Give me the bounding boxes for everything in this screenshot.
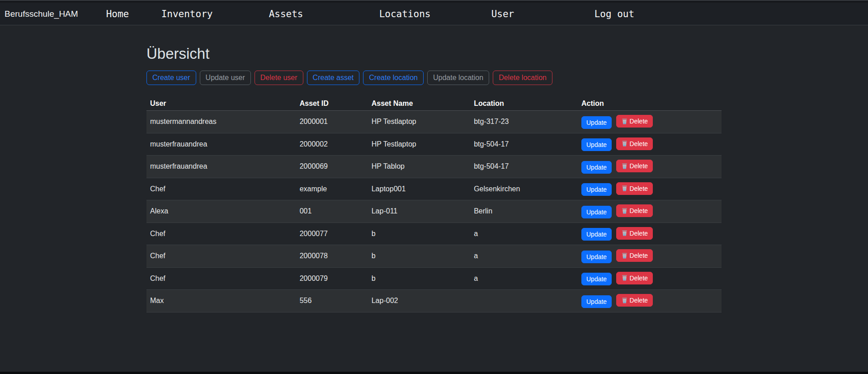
delete-button[interactable]: Delete xyxy=(616,249,653,262)
page-title: Übersicht xyxy=(146,45,722,62)
navbar: Berufsschule_HAM Home Inventory Assets L… xyxy=(0,3,868,25)
update-button[interactable]: Update xyxy=(581,116,612,129)
delete-button-label: Delete xyxy=(630,185,648,192)
cell-user: Chef xyxy=(146,223,296,245)
cell-action: Update Delete xyxy=(578,290,722,312)
nav-item[interactable]: Log out xyxy=(594,9,635,19)
cell-location: btg-504-17 xyxy=(470,133,578,156)
trash-icon xyxy=(621,252,628,259)
cell-asset-id: 2000002 xyxy=(296,133,368,156)
update-button[interactable]: Update xyxy=(581,295,612,308)
update-button[interactable]: Update xyxy=(581,183,612,196)
nav-list: Home Inventory Assets Locations User Log… xyxy=(106,9,635,19)
delete-button-label: Delete xyxy=(630,230,648,237)
cell-action: Update Delete xyxy=(578,223,722,245)
update-button[interactable]: Update xyxy=(581,273,612,285)
cell-asset-name: b xyxy=(368,245,470,268)
trash-icon xyxy=(621,185,628,192)
window-bottom-edge xyxy=(0,372,868,374)
cell-user: mustermannandreas xyxy=(146,111,296,133)
nav-item[interactable]: Locations xyxy=(379,9,491,19)
main-content: Übersicht Create user Update user Delete… xyxy=(146,45,722,312)
delete-button[interactable]: Delete xyxy=(616,227,653,240)
table-row: Alexa 001 Lap-011 Berlin Update Delete xyxy=(146,200,722,223)
table-row: Chef 2000078 b a Update Delete xyxy=(146,245,722,268)
update-button[interactable]: Update xyxy=(581,206,612,218)
toolbar-button[interactable]: Create location xyxy=(363,71,424,85)
cell-asset-id: 2000078 xyxy=(296,245,368,268)
toolbar-button[interactable]: Create user xyxy=(146,71,196,85)
nav-item[interactable]: User xyxy=(491,9,594,19)
nav-item[interactable]: Inventory xyxy=(161,9,269,19)
column-header: User xyxy=(146,97,296,111)
delete-button-label: Delete xyxy=(630,162,648,170)
delete-button[interactable]: Delete xyxy=(616,182,653,195)
toolbar-button[interactable]: Create asset xyxy=(307,71,360,85)
update-button[interactable]: Update xyxy=(581,138,612,151)
cell-action: Update Delete xyxy=(578,267,722,290)
cell-user: Alexa xyxy=(146,200,296,223)
cell-asset-id: 2000001 xyxy=(296,111,368,133)
update-button[interactable]: Update xyxy=(581,228,612,241)
cell-location: btg-504-17 xyxy=(470,156,578,178)
delete-button-label: Delete xyxy=(630,118,648,125)
trash-icon xyxy=(621,163,628,170)
cell-action: Update Delete xyxy=(578,245,722,268)
cell-action: Update Delete xyxy=(578,156,722,178)
cell-asset-id: example xyxy=(296,178,368,200)
delete-button[interactable]: Delete xyxy=(616,272,653,284)
column-header: Action xyxy=(578,97,722,111)
cell-location: btg-317-23 xyxy=(470,111,578,133)
nav-item[interactable]: Assets xyxy=(269,9,379,19)
table-row: Chef 2000077 b a Update Delete xyxy=(146,223,722,245)
update-button[interactable]: Update xyxy=(581,161,612,174)
cell-user: Max xyxy=(146,290,296,312)
delete-button-label: Delete xyxy=(630,207,648,214)
cell-action: Update Delete xyxy=(578,111,722,133)
cell-asset-name: HP Testlaptop xyxy=(368,111,470,133)
cell-user: Chef xyxy=(146,267,296,290)
toolbar-button[interactable]: Update location xyxy=(427,71,489,85)
table-body: mustermannandreas 2000001 HP Testlaptop … xyxy=(146,111,722,312)
cell-location xyxy=(470,290,578,312)
trash-icon xyxy=(621,140,628,147)
delete-button-label: Delete xyxy=(630,140,648,147)
asset-table: User Asset ID Asset Name Location Action… xyxy=(146,97,722,312)
delete-button[interactable]: Delete xyxy=(616,137,653,150)
cell-location: a xyxy=(470,245,578,268)
delete-button-label: Delete xyxy=(630,252,648,259)
trash-icon xyxy=(621,118,628,125)
trash-icon xyxy=(621,275,628,281)
cell-user: musterfrauandrea xyxy=(146,156,296,178)
cell-action: Update Delete xyxy=(578,178,722,200)
cell-asset-id: 556 xyxy=(296,290,368,312)
toolbar-button[interactable]: Update user xyxy=(200,71,251,85)
trash-icon xyxy=(621,230,628,237)
delete-button[interactable]: Delete xyxy=(616,160,653,172)
toolbar: Create user Update user Delete user Crea… xyxy=(146,71,722,85)
column-header: Asset Name xyxy=(368,97,470,111)
delete-button-label: Delete xyxy=(630,297,648,304)
trash-icon xyxy=(621,208,628,214)
toolbar-button[interactable]: Delete user xyxy=(255,71,303,85)
nav-item[interactable]: Home xyxy=(106,9,161,19)
cell-action: Update Delete xyxy=(578,200,722,223)
navbar-brand[interactable]: Berufsschule_HAM xyxy=(5,9,78,19)
table-header: User Asset ID Asset Name Location Action xyxy=(146,97,722,111)
table-row: Max 556 Lap-002 Update Delete xyxy=(146,290,722,312)
update-button[interactable]: Update xyxy=(581,251,612,263)
table-row: Chef example Laptop001 Gelsenkirchen Upd… xyxy=(146,178,722,200)
cell-asset-name: b xyxy=(368,223,470,245)
cell-user: Chef xyxy=(146,178,296,200)
toolbar-button[interactable]: Delete location xyxy=(493,71,552,85)
delete-button[interactable]: Delete xyxy=(616,204,653,217)
cell-location: Berlin xyxy=(470,200,578,223)
cell-location: a xyxy=(470,223,578,245)
delete-button[interactable]: Delete xyxy=(616,294,653,307)
table-header-row: User Asset ID Asset Name Location Action xyxy=(146,97,722,111)
cell-user: Chef xyxy=(146,245,296,268)
cell-asset-name: HP Tablop xyxy=(368,156,470,178)
table-row: musterfrauandrea 2000002 HP Testlaptop b… xyxy=(146,133,722,156)
delete-button[interactable]: Delete xyxy=(616,115,653,128)
table-row: musterfrauandrea 2000069 HP Tablop btg-5… xyxy=(146,156,722,178)
